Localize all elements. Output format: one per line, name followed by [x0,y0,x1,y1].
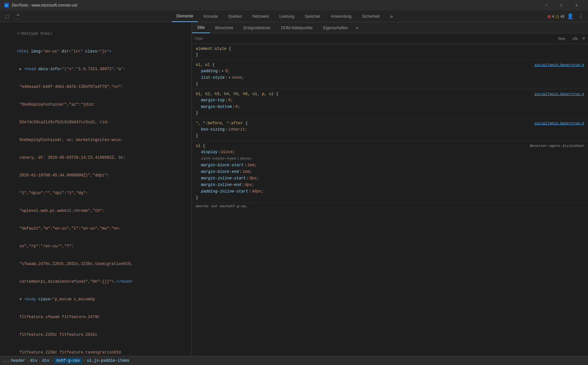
tab-netzwerk[interactable]: Netzwerk [248,10,274,22]
breadcrumb-item-ul-paddle[interactable]: ul.js-paddle-items [87,358,130,363]
style-tab-dom[interactable]: DOM-Haltepunkte [276,22,318,33]
tab-elemente[interactable]: Elemente [172,10,198,22]
prop-margin-block-start: margin-block-start: 1em; [196,162,584,169]
prop-margin-inline-start: margin-inline-start: 0px; [196,175,584,182]
prop-box-sizing: box-sizing: inherit; [196,126,584,133]
prop-display: display: block; [196,149,584,155]
rule-selector-element-style: element.style { [196,46,584,52]
breadcrumb-item-header[interactable]: header [11,358,25,363]
close-button[interactable]: ✕ [569,0,584,10]
rule-element-style: element.style { } [192,44,588,60]
line-head-cont7: "1","dpio":"","dpi":"1","dg": [1,184,190,202]
rule-ol-ul: ol, ul { social?apiV…base=true:4 padding… [192,60,588,89]
line-head-cont2: "OneDeployContainer","az":"{did: [1,96,190,113]
line-head-cont9: "default","m":"en-us","l":"en-us","mu":"… [1,220,190,237]
prop-margin-inline-end: margin-inline-end: 0px; [196,182,584,188]
settings-icon[interactable]: ⋮ [576,12,585,21]
rule-close-universal: } [196,133,584,139]
line-html[interactable]: <html lang="en-us" dir="ltr" class="js"> [1,43,190,60]
rule-selector-universal: *, *:before, *:after { social?apiV…base=… [196,120,584,126]
tab-speicher[interactable]: Speicher [300,10,325,22]
line-head-cont12: cartemberpl,disablenorefunds","bh":{}}">… [1,273,190,291]
device-icon[interactable]: 📱 [13,12,22,21]
line-doctype: <!doctype html> [1,25,190,43]
line-body-class1: fltfeature.sfwaab fltfeature.2470c [1,308,190,326]
tab-leistung[interactable]: Leistung [275,10,299,22]
toolbar-icons: ⬚ 📱 [3,10,22,22]
prop-padding-inline-start: padding-inline-start: 40px; [196,188,584,195]
warn-icon: ⚠ [555,14,559,19]
devtools-icon: D [4,3,9,8]
selector-universal-text: *, *:before, *:after { [196,120,248,126]
line-head[interactable]: ▶ <head data-info="{"v":"1.0.7321.40972"… [1,60,190,78]
prop-list-style-type: list-style-type: disc; [196,155,584,162]
line-head-cont5: canary, dt: 2018-05-03T20:14:23.4188992Z… [1,149,190,167]
rule-close-element-style: } [196,52,584,58]
rule-selector-ol-ul: ol, ul { social?apiV…base=true:4 [196,62,584,68]
selector-ol-ul-text: ol, ul { [196,62,215,68]
prop-padding: padding: ▶ 0; [196,68,584,74]
minimize-button[interactable]: ─ [539,0,554,10]
rule-ul-ua: ul { Benutzer-Agent-Stylesheet display: … [192,141,588,203]
rule-universal: *, *:before, *:after { social?apiV…base=… [192,118,588,141]
hov-button[interactable]: :hov [556,36,567,42]
tab-bar: ⬚ 📱 Elemente Konsole Quellen Netzwerk Le… [0,10,588,22]
line-head-cont11: "sfwaab,2470c,2203c,2032c,2238c,tasmigra… [1,255,190,273]
style-tab-stile[interactable]: Stile [192,22,210,33]
filter-input[interactable] [194,36,553,41]
breadcrumb-item-div1[interactable]: div [30,358,37,363]
line-head-cont8: "uplevel.web.pc.webkit.chrome","th": [1,202,190,220]
breadcrumb-item-div2[interactable]: div [42,358,50,363]
styles-content: element.style { } ol, ul { social?apiV…b… [192,44,588,356]
line-head-cont1: "e40eaad7-b46f-4661-8d7b-1304f87a4f76","… [1,78,190,96]
inherited-label: Geerbt von nav#uhf-g-na… [192,203,588,209]
tab-anwendung[interactable]: Anwendung [326,10,356,22]
selector-text: element.style { [196,46,231,52]
breadcrumb-item-uhf-g-nav[interactable]: #uhf-g-nav [54,358,82,363]
error-icon: ⊗ [547,14,551,19]
rule-source-universal[interactable]: social?apiV…base=true:4 [534,120,584,126]
selector-ul-ua-text: ul { [196,143,205,149]
svg-text:D: D [6,4,8,7]
tab-sicherheit[interactable]: Sicherheit [357,10,384,22]
prop-margin-bottom: margin-bottom: 0; [196,104,584,110]
warn-count: 43 [560,14,564,18]
line-head-cont3: 92e7dc58ca2143cfb2c818b047cc5cd1, rid: [1,113,190,131]
breadcrumb: ... header › div › div › #uhf-g-nav › ul… [0,356,588,365]
rule-source-headings[interactable]: social?apiV…base=true:4 [534,91,584,97]
add-style-button[interactable]: + [582,36,585,42]
rule-source-ol-ul[interactable]: social?apiV…base=true:4 [534,62,584,68]
prop-margin-top: margin-top: 0; [196,97,584,104]
style-tab-berechnet[interactable]: Berechnet [210,22,238,33]
style-filter-bar: :hov .cls + [192,33,588,44]
styles-panel: Stile Berechnet Ereignislistener DOM-Hal… [192,22,588,356]
user-icon[interactable]: 👤 [566,12,575,21]
style-tab-eigenschaften[interactable]: Eigenschaften [318,22,353,33]
breadcrumb-dots[interactable]: ... [3,358,10,363]
tabs-more[interactable]: » [385,10,397,22]
rule-close-headings: } [196,110,584,116]
window-title: DevTools - www.microsoft.com/en-us/ [12,3,536,8]
maximize-button[interactable]: □ [554,0,569,10]
selector-headings-text: h1, h2, h3, h4, h5, h6, ol, p, ul { [196,91,278,97]
title-bar: D DevTools - www.microsoft.com/en-us/ ─ … [0,0,588,10]
elements-panel: <!doctype html> <html lang="en-us" dir="… [0,22,192,356]
line-head-cont6: 2020-01-18T06:45:44.0000000Z}","ddpi": [1,167,190,184]
tab-konsole[interactable]: Konsole [199,10,222,22]
style-tabs-bar: Stile Berechnet Ereignislistener DOM-Hal… [192,22,588,33]
rule-close-ol-ul: } [196,81,584,87]
rule-close-ul-ua: } [196,195,584,201]
error-count: 4 [552,14,554,18]
tab-quellen[interactable]: Quellen [224,10,246,22]
style-tab-ereignis[interactable]: Ereignislistener [238,22,276,33]
cursor-icon[interactable]: ⬚ [3,12,12,21]
cls-button[interactable]: .cls [570,36,579,42]
prop-list-style: list-style: ▶ none; [196,74,584,81]
line-body[interactable]: ▼ <body class="p_mscom s_mscomhp [1,291,190,308]
style-tabs-more[interactable]: » [353,22,361,33]
rule-selector-headings: h1, h2, h3, h4, h5, h6, ol, p, ul { soci… [196,91,584,97]
error-badge: ⊗ 4 ⚠ 43 [547,14,564,19]
line-head-cont4: OneDeployContainer, sn: marketingsites-w… [1,131,190,149]
line-body-class2: fltfeature.2203c fltfeature.2032c [1,326,190,344]
tab-right-area: ⊗ 4 ⚠ 43 👤 ⋮ [547,10,585,22]
